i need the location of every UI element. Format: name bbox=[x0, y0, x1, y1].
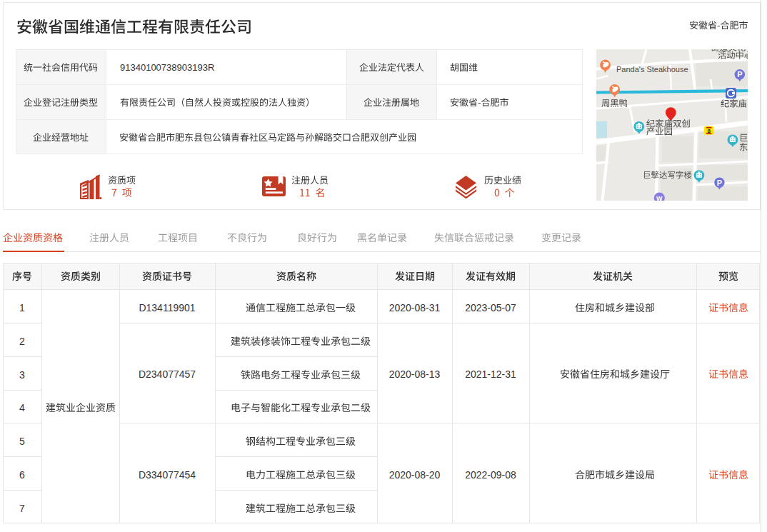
svg-text:P: P bbox=[737, 70, 742, 79]
svg-text:P: P bbox=[717, 179, 722, 187]
svg-text:W: W bbox=[656, 195, 663, 201]
svg-text:Panda's Steakhouse: Panda's Steakhouse bbox=[616, 65, 688, 74]
